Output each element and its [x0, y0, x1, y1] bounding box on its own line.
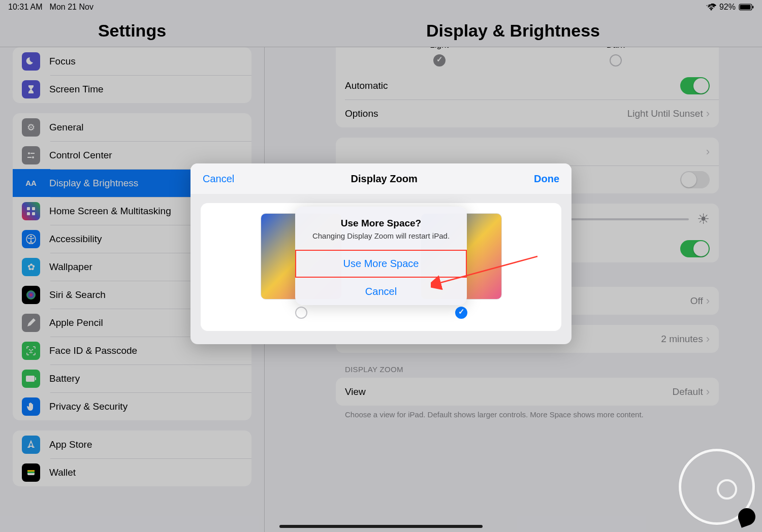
- alert-title: Use More Space?: [305, 218, 457, 229]
- alert-confirm-button[interactable]: Use More Space: [295, 250, 467, 278]
- modal-title: Display Zoom: [351, 173, 418, 185]
- alert-message: Changing Display Zoom will restart iPad.: [305, 231, 457, 241]
- radio-checked-icon: [455, 307, 467, 319]
- alert-cancel-button[interactable]: Cancel: [295, 277, 467, 305]
- cursor-annotation: [679, 449, 755, 525]
- modal-cancel-button[interactable]: Cancel: [203, 173, 234, 185]
- confirmation-alert: Use More Space? Changing Display Zoom wi…: [295, 207, 467, 305]
- radio-unchecked-icon: [295, 307, 307, 319]
- modal-done-button[interactable]: Done: [534, 173, 559, 185]
